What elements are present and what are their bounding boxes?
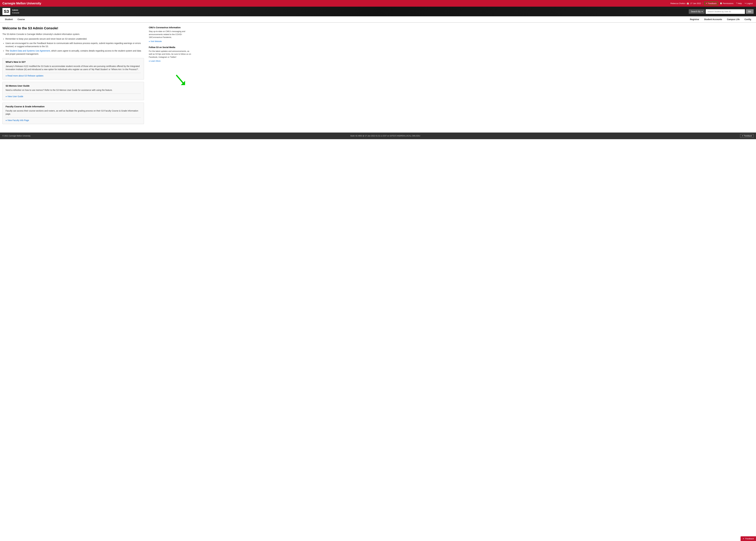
intro-bullet-2: Users are encouraged to use the Feedback… <box>5 42 144 48</box>
memos-card-title: S3 Memos User Guide <box>6 85 141 87</box>
cmu-logo[interactable]: Carnegie Mellon University <box>2 2 41 5</box>
sidebar-section-covid: CMU's Coronavirus Information Stay up-to… <box>149 26 191 42</box>
memos-card: S3 Memos User Guide Need a refresher on … <box>2 82 144 100</box>
sidebar-section-social-text: For the latest updates and announcements… <box>149 50 191 59</box>
sidebar-section-social-title: Follow S3 on Social Media <box>149 46 191 49</box>
whats-new-card-text: January's Release #122 modified the S3 S… <box>6 65 141 71</box>
feedback-nav-label: Feedback <box>708 2 717 5</box>
header-search: Search By ▾ Go <box>689 9 754 14</box>
user-info: Rebecca Choltco 📅 27 Jan 2022 <box>670 2 701 5</box>
go-button[interactable]: Go <box>746 9 754 14</box>
logout-nav-button[interactable]: ↪ Logout <box>744 2 754 5</box>
s3-logo: S3 <box>2 8 10 15</box>
memos-card-link[interactable]: View User Guide <box>6 95 23 98</box>
footer-build-info: Build: 82.4903 @ 27-Jan-2022 01:31:11 ES… <box>350 135 420 137</box>
green-arrow-icon <box>174 74 186 86</box>
page-title: Welcome to the S3 Admin Console! <box>2 26 144 30</box>
feedback-nav-button[interactable]: ✔ Feedback <box>704 2 718 5</box>
header-left: S3 Admin Console <box>2 8 19 15</box>
nav-item-course[interactable]: Course <box>15 16 27 23</box>
footer-feedback-button[interactable]: ✔ Feedback <box>740 134 754 138</box>
faculty-card-title: Faculty Course & Grade Information <box>6 105 141 108</box>
go-label: Go <box>748 10 751 13</box>
feedback-nav-icon: ✔ <box>706 2 707 4</box>
footer-feedback-icon: ✔ <box>742 135 743 137</box>
calendar-icon: 📅 <box>687 2 689 5</box>
header-bar: S3 Admin Console Search By ▾ Go <box>0 7 756 16</box>
sidebar-section-covid-link[interactable]: Visit Website <box>149 40 162 42</box>
green-arrow-container <box>149 74 191 89</box>
admin-line2: Console <box>12 11 19 14</box>
main-content: Welcome to the S3 Admin Console! The S3 … <box>2 26 149 127</box>
s3-logo-text: S3 <box>4 9 9 14</box>
nav-item-student-accounts[interactable]: Student Accounts <box>702 16 724 23</box>
intro-bullet-1: Remember to keep your passwords secure a… <box>5 37 144 41</box>
sidebar-section-covid-text: Stay up-to-date on CMU's messaging and a… <box>149 30 191 39</box>
agreement-link[interactable]: Student Data and Systems Use Agreement <box>10 50 50 52</box>
nav-item-registrar[interactable]: Registrar <box>688 16 702 23</box>
help-nav-icon: ? <box>736 2 737 4</box>
search-by-chevron-icon: ▾ <box>702 10 703 13</box>
search-by-button[interactable]: Search By ▾ <box>689 9 705 14</box>
top-bar: Carnegie Mellon University Rebecca Cholt… <box>0 0 756 7</box>
sidebar-section-social-link[interactable]: Learn More <box>149 60 161 62</box>
admin-console-label: Admin Console <box>12 9 19 14</box>
logout-nav-icon: ↪ <box>745 2 746 4</box>
intro-text: The S3 Admin Console is Carnegie Mellon … <box>2 33 144 36</box>
faculty-card-text: Faculty can access their course-sections… <box>6 109 141 116</box>
svg-line-0 <box>177 75 184 84</box>
main-nav: Student Course Registrar Student Account… <box>0 16 756 23</box>
whats-new-card-title: What's New in S3? <box>6 61 141 63</box>
sidebar-section-social: Follow S3 on Social Media For the latest… <box>149 46 191 62</box>
nav-item-config[interactable]: Config <box>742 16 754 23</box>
permissions-nav-label: Permissions <box>723 2 733 5</box>
cmu-logo-text: Carnegie Mellon University <box>2 2 41 5</box>
date-display: 27 Jan 2022 <box>690 2 701 5</box>
sidebar-section-covid-title: CMU's Coronavirus Information <box>149 26 191 29</box>
logout-nav-label: Logout <box>747 2 753 5</box>
card-divider-3 <box>6 117 141 118</box>
search-input[interactable] <box>706 9 745 14</box>
sidebar: CMU's Coronavirus Information Stay up-to… <box>149 26 191 127</box>
user-name: Rebecca Choltco <box>670 2 685 5</box>
intro-list: Remember to keep your passwords secure a… <box>5 37 144 56</box>
memos-card-text: Need a refresher on how to use memos? Re… <box>6 89 141 92</box>
help-nav-button[interactable]: ? Help <box>735 2 743 5</box>
admin-line1: Admin <box>12 9 19 11</box>
content-area: Welcome to the S3 Admin Console! The S3 … <box>0 23 194 130</box>
faculty-card: Faculty Course & Grade Information Facul… <box>2 103 144 124</box>
footer: © 2021 Carnegie Mellon University Build:… <box>0 133 756 139</box>
nav-item-campus-life[interactable]: Campus Life <box>725 16 742 23</box>
footer-feedback-label: Feedback <box>744 135 752 137</box>
whats-new-card-link[interactable]: Read more about S3 Release updates <box>6 75 43 77</box>
permissions-nav-button[interactable]: 📋 Permissions <box>719 2 734 5</box>
nav-left: Student Course <box>2 16 27 22</box>
search-by-label: Search By <box>691 10 701 13</box>
permissions-nav-icon: 📋 <box>720 2 722 4</box>
nav-right: Registrar Student Accounts Campus Life C… <box>688 16 754 22</box>
faculty-card-link[interactable]: View Faculty Info Page <box>6 119 29 122</box>
help-nav-label: Help <box>738 2 742 5</box>
footer-copyright: © 2021 Carnegie Mellon University <box>2 135 31 137</box>
intro-bullet-3: The Student Data and Systems Use Agreeme… <box>5 49 144 56</box>
whats-new-card: What's New in S3? January's Release #122… <box>2 58 144 80</box>
top-bar-right: Rebecca Choltco 📅 27 Jan 2022 ✔ Feedback… <box>670 2 754 5</box>
nav-item-student[interactable]: Student <box>2 16 15 23</box>
